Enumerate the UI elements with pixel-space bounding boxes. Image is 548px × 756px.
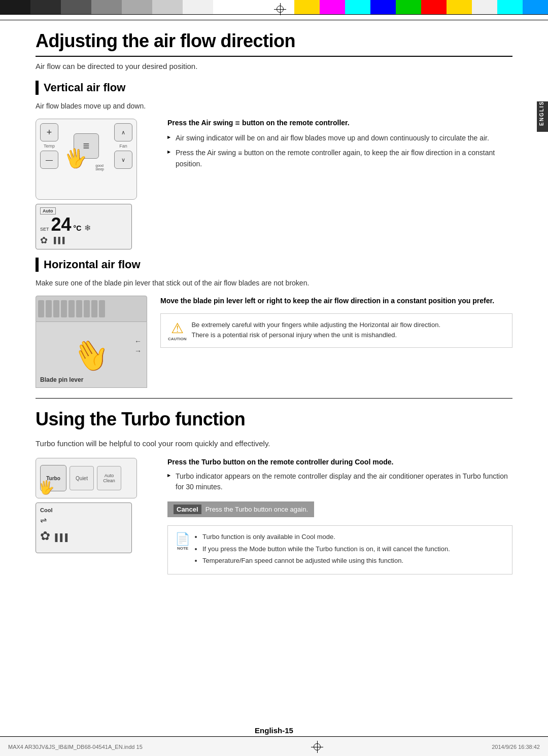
note-item-1: Turbo function is only available in Cool… <box>202 532 450 542</box>
display-temperature: 24 <box>51 215 72 234</box>
note-box: 📄 NOTE Turbo function is only available … <box>167 525 512 574</box>
temp-plus-button: + <box>40 123 58 141</box>
footer-bar: MAX4 AR30JV&JS_IB&IM_DB68-04541A_EN.indd… <box>0 737 548 756</box>
horizontal-two-col: ✋ Blade pin lever ← → Move the blade pin… <box>36 296 512 388</box>
section2-title: Using the Turbo function <box>36 409 512 434</box>
display-bottom: ✿ ▐▐▐ <box>40 235 127 246</box>
swing-button-area: ≡ 🖐 goodsleep <box>68 128 104 164</box>
page-container: ENGLISH Adjusting the air flow direction… <box>0 0 548 756</box>
turbo-bullet-list: Turbo indicator appears on the remote co… <box>167 471 512 492</box>
vertical-right-col: Press the Air swing ≡ button on the remo… <box>167 119 512 249</box>
note-item-2: If you press the Mode button while the T… <box>202 544 450 554</box>
remote-controller-image: + Temp — ≡ 🖐 goodsleep <box>36 119 137 200</box>
vertical-two-col: + Temp — ≡ 🖐 goodsleep <box>36 119 512 249</box>
color-swatch-7 <box>183 0 213 14</box>
turbo-press-instruction: Press the Turbo button on the remote con… <box>167 458 512 466</box>
vertical-body: Air flow blades move up and down. <box>36 101 512 112</box>
color-spacer <box>213 0 294 14</box>
ac-vent-1 <box>38 300 44 317</box>
color-swatch-3 <box>61 0 91 14</box>
fan-down-button: ∨ <box>114 151 132 169</box>
turbo-hand-icon: 🖐 <box>38 480 54 495</box>
cancel-label: Cancel <box>174 505 201 514</box>
fan-symbol: ✿ <box>40 529 50 543</box>
color-swatch-5 <box>122 0 152 14</box>
caution-box: ⚠ CAUTION Be extremely careful with your… <box>160 313 512 348</box>
turbo-right-col: Press the Turbo button on the remote con… <box>167 458 512 574</box>
caution-icon-area: ⚠ CAUTION <box>168 320 186 341</box>
section-divider <box>36 398 512 399</box>
display-mode-icon: ❄ <box>84 223 91 233</box>
bullet-item-1: Air swing indicator will be on and air f… <box>167 133 512 143</box>
color-swatch-2 <box>30 0 61 14</box>
ac-vent-3 <box>53 300 59 317</box>
caution-text: Be extremely careful with your fingers w… <box>191 320 440 340</box>
auto-clean-button: AutoClean <box>97 466 121 490</box>
reg-mark-bottom <box>311 741 323 753</box>
top-border <box>0 14 548 20</box>
color-swatch-green <box>396 0 421 14</box>
display-bars-icon: ▐▐▐ <box>52 237 65 244</box>
color-swatch-yellow <box>294 0 320 14</box>
note-list: Turbo function is only available in Cool… <box>195 532 450 568</box>
turbo-bullet-1: Turbo indicator appears on the remote co… <box>167 471 512 492</box>
vertical-left-col: + Temp — ≡ 🖐 goodsleep <box>36 119 157 249</box>
bullet-item-2: Press the Air swing ≡ button on the remo… <box>167 148 512 169</box>
page-number: English-15 <box>0 726 548 735</box>
blade-pin-label: Blade pin lever <box>40 376 83 383</box>
display-fan-icon: ✿ <box>40 235 48 246</box>
vertical-heading: Vertical air flow <box>44 81 125 94</box>
color-swatch-6 <box>152 0 183 14</box>
swing-icon-inline: ≡ <box>235 119 242 127</box>
english-sidebar: ENGLISH <box>537 101 548 132</box>
arrow-left-icon: ← <box>134 337 142 345</box>
cool-icons-row: ⇌ <box>40 515 127 525</box>
color-swatch-4 <box>91 0 122 14</box>
cool-mode-label: Cool <box>40 507 127 513</box>
note-item-3: Temperature/Fan speed cannot be adjusted… <box>202 556 450 566</box>
ac-vent-2 <box>46 300 52 317</box>
display-auto: Auto <box>40 207 56 214</box>
horizontal-bold-text: Move the blade pin lever left or right t… <box>160 296 512 306</box>
ac-vent-4 <box>61 300 67 317</box>
ac-vent-9 <box>99 300 105 317</box>
note-icon-area: 📄 NOTE <box>175 532 190 551</box>
temp-minus-button: — <box>40 151 58 169</box>
cool-display: Cool ⇌ ✿ ▐▐▐ <box>36 502 132 553</box>
color-swatch-blue <box>370 0 396 14</box>
display-temp-row: SET 24 °C ❄ <box>40 215 127 234</box>
horizontal-heading-container: Horizontal air flow <box>36 258 512 272</box>
ac-unit-top <box>36 296 147 322</box>
ac-vent-6 <box>76 300 82 317</box>
color-swatch-1 <box>0 0 30 14</box>
cool-fan-row: ✿ ▐▐▐ <box>40 529 127 543</box>
turbo-left-col: Turbo 🖐 Quiet AutoClean Cool ⇌ ✿ ▐▐▐ <box>36 458 157 574</box>
good-sleep-label: goodsleep <box>95 164 104 171</box>
main-content: Adjusting the air flow direction Air flo… <box>15 20 533 736</box>
fan-label: Fan <box>119 143 127 149</box>
remote-top-row: + Temp — ≡ 🖐 goodsleep <box>40 123 132 169</box>
recycle-icon: ⇌ <box>40 515 47 525</box>
color-swatch-yellow2 <box>447 0 472 14</box>
ac-vent-8 <box>91 300 97 317</box>
display-panel: Auto SET 24 °C ❄ ✿ ▐▐▐ <box>36 204 132 249</box>
color-swatch-blue2 <box>523 0 548 14</box>
color-swatch-cyan <box>345 0 370 14</box>
footer-left-text: MAX4 AR30JV&JS_IB&IM_DB68-04541A_EN.indd… <box>8 744 143 750</box>
note-document-icon: 📄 <box>175 532 190 546</box>
ac-vent-7 <box>84 300 90 317</box>
vertical-bullet-list: Air swing indicator will be on and air f… <box>167 133 512 169</box>
cancel-bar: Cancel Press the Turbo button once again… <box>167 501 314 517</box>
hand-press-icon: 🖐 <box>63 146 89 170</box>
turbo-remote: Turbo 🖐 Quiet AutoClean <box>36 458 137 498</box>
ac-blade-area: ✋ Blade pin lever ← → <box>36 322 147 388</box>
display-set-label: SET <box>40 227 49 232</box>
cancel-text: Press the Turbo button once again. <box>206 506 308 513</box>
horizontal-heading: Horizontal air flow <box>44 258 141 271</box>
blade-arrows: ← → <box>134 337 142 355</box>
horizontal-body: Make sure one of the blade pin lever tha… <box>36 278 512 289</box>
color-swatch-cyan2 <box>497 0 523 14</box>
caution-label: CAUTION <box>168 337 186 341</box>
turbo-btn-wrapper: Turbo 🖐 <box>40 465 66 491</box>
horizontal-right-col: Move the blade pin lever left or right t… <box>160 296 512 388</box>
